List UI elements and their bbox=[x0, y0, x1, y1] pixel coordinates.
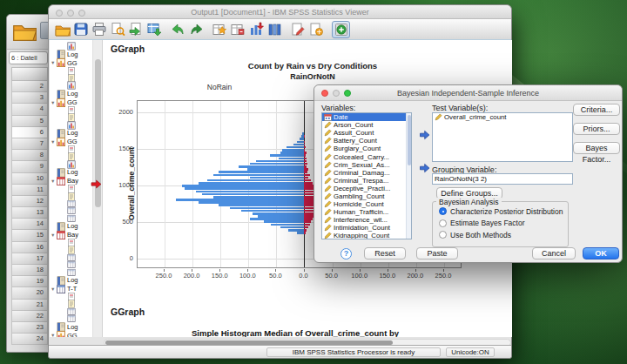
expander-icon[interactable]: ▼ bbox=[51, 60, 57, 65]
row-header-21[interactable]: 21 bbox=[11, 300, 48, 311]
row-header-24[interactable]: 24 bbox=[11, 334, 48, 345]
variable-item[interactable]: Battery_Count bbox=[322, 137, 411, 145]
outline-item-log[interactable]: Log bbox=[50, 129, 92, 138]
open-icon[interactable] bbox=[53, 21, 71, 38]
row-header-11[interactable]: 11 bbox=[11, 185, 48, 196]
outline-item-log[interactable]: Log bbox=[50, 168, 92, 177]
insert-object-icon[interactable] bbox=[332, 21, 350, 38]
variable-item[interactable]: Burglary_Count bbox=[322, 145, 411, 152]
outline-pane[interactable]: Log▼GGLog▼GGLog▼GGLog▼BayLog▼BayLog▼T-TL… bbox=[50, 40, 93, 337]
radio-option-2[interactable]: Use Both Methods bbox=[433, 229, 568, 241]
move-to-test-arrow-icon[interactable] bbox=[418, 129, 431, 141]
outline-child-table[interactable] bbox=[50, 315, 92, 322]
goto-variable-icon[interactable] bbox=[228, 21, 246, 38]
row-header-18[interactable]: 18 bbox=[11, 265, 48, 276]
variable-item[interactable]: Gambling_Count bbox=[322, 192, 411, 200]
cancel-button[interactable]: Cancel bbox=[532, 247, 576, 260]
outline-item-gg[interactable]: ▼GG bbox=[50, 331, 92, 337]
criteria-button[interactable]: Criteria... bbox=[573, 104, 620, 116]
variable-item[interactable]: Homicide_Count bbox=[322, 200, 411, 208]
row-header-13[interactable]: 13 bbox=[11, 207, 48, 219]
row-header-10[interactable]: 10 bbox=[11, 173, 48, 185]
expander-icon[interactable]: ▼ bbox=[51, 100, 57, 105]
ok-button[interactable]: OK bbox=[583, 247, 619, 260]
variable-item[interactable]: Interference_wit... bbox=[322, 216, 411, 224]
variables-list[interactable]: DateArson_CountAssult_CountBattery_Count… bbox=[321, 112, 412, 239]
variables-icon[interactable] bbox=[246, 21, 265, 38]
radio-icon[interactable] bbox=[439, 219, 447, 227]
outline-item-log[interactable]: Log bbox=[50, 50, 92, 58]
row-header-2[interactable]: 2 bbox=[11, 81, 48, 92]
close-icon[interactable] bbox=[56, 10, 63, 17]
outline-child-table[interactable] bbox=[50, 268, 92, 275]
row-header-8[interactable]: 8 bbox=[11, 150, 48, 161]
variable-item[interactable]: Date bbox=[322, 113, 411, 121]
variable-item[interactable]: Assult_Count bbox=[322, 129, 411, 137]
help-button[interactable]: ? bbox=[340, 248, 352, 260]
reset-button[interactable]: Reset bbox=[364, 247, 406, 260]
zoom-icon[interactable] bbox=[78, 10, 85, 17]
print-icon[interactable] bbox=[90, 21, 108, 38]
row-header-19[interactable]: 19 bbox=[11, 276, 48, 287]
variable-item[interactable]: Crim_Sexual_As... bbox=[322, 161, 411, 169]
outline-item-log[interactable]: Log bbox=[50, 90, 92, 98]
variable-item[interactable]: Human_Trafficin... bbox=[322, 208, 411, 216]
outline-item-log[interactable]: Log bbox=[50, 222, 92, 231]
variable-item[interactable]: Deceptive_Practi... bbox=[322, 185, 411, 192]
expander-icon[interactable]: ▼ bbox=[51, 179, 57, 184]
expander-icon[interactable]: ▼ bbox=[51, 233, 57, 238]
outline-child-chart[interactable] bbox=[50, 121, 92, 128]
variable-item[interactable]: Criminal_Damag... bbox=[322, 169, 411, 177]
close-icon[interactable] bbox=[321, 90, 328, 97]
recall-dialog-icon[interactable] bbox=[145, 21, 163, 38]
priors-button[interactable]: Priors... bbox=[573, 123, 620, 135]
bayes-factor-button[interactable]: Bayes Factor... bbox=[573, 142, 620, 154]
radio-icon[interactable] bbox=[439, 207, 447, 215]
designate-window-icon[interactable] bbox=[307, 21, 325, 38]
minimize-icon[interactable] bbox=[67, 10, 74, 17]
outline-child-chart[interactable] bbox=[50, 82, 92, 89]
row-header-20[interactable]: 20 bbox=[11, 287, 48, 299]
row-header-4[interactable]: 4 bbox=[11, 104, 48, 115]
move-to-grouping-arrow-icon[interactable] bbox=[418, 162, 431, 174]
row-header-22[interactable]: 22 bbox=[11, 311, 48, 322]
paste-button[interactable]: Paste bbox=[416, 247, 458, 260]
row-header-16[interactable]: 16 bbox=[11, 242, 48, 253]
test-variable-item[interactable]: Overall_crime_count bbox=[433, 113, 572, 121]
radio-icon[interactable] bbox=[439, 231, 447, 239]
expander-icon[interactable]: ▼ bbox=[51, 333, 57, 337]
dialog-titlebar[interactable]: Bayesian Independent-Sample Inference bbox=[314, 85, 622, 101]
cell-reference-box[interactable]: 6 : Datell bbox=[9, 51, 48, 64]
outline-child-chart[interactable] bbox=[50, 43, 92, 50]
outline-item-log[interactable]: Log bbox=[50, 322, 92, 331]
expander-icon[interactable]: ▼ bbox=[51, 139, 57, 145]
row-header-3[interactable]: 3 bbox=[11, 92, 48, 104]
radio-option-1[interactable]: Estimate Bayes Factor bbox=[433, 218, 568, 230]
variable-item[interactable]: Intimidation_Count bbox=[322, 224, 411, 232]
save-icon[interactable] bbox=[71, 21, 90, 38]
outline-item-log[interactable]: Log bbox=[50, 276, 92, 285]
grouping-variable-field[interactable]: RainOrNotN(3 2) bbox=[432, 173, 573, 185]
variable-item[interactable]: Criminal_Trespa... bbox=[322, 177, 411, 185]
row-header-15[interactable]: 15 bbox=[11, 230, 48, 241]
redo-icon[interactable] bbox=[186, 21, 205, 38]
print-preview-icon[interactable] bbox=[108, 21, 126, 38]
row-header-12[interactable]: 12 bbox=[11, 196, 48, 207]
row-header-17[interactable]: 17 bbox=[11, 253, 48, 265]
outline-child-chart[interactable] bbox=[50, 161, 92, 168]
edit-output-icon[interactable] bbox=[288, 21, 307, 38]
outline-child-table[interactable] bbox=[50, 214, 92, 221]
row-header-23[interactable]: 23 bbox=[11, 322, 48, 334]
row-header-14[interactable]: 14 bbox=[11, 219, 48, 230]
row-header-5[interactable]: 5 bbox=[11, 116, 48, 127]
variable-item[interactable]: Arson_Count bbox=[322, 121, 411, 129]
minimize-icon[interactable] bbox=[333, 90, 340, 97]
test-variables-box[interactable]: Overall_crime_count bbox=[432, 112, 573, 162]
viewer-titlebar[interactable]: Output1 [Document1] - IBM SPSS Statistic… bbox=[49, 5, 511, 19]
goto-case-icon[interactable] bbox=[210, 21, 228, 38]
variable-item[interactable]: Kidnapping_Count bbox=[322, 232, 411, 239]
variables-scrollbar[interactable] bbox=[406, 113, 411, 239]
variable-item[interactable]: Colcealed_Carry... bbox=[322, 152, 411, 160]
export-icon[interactable] bbox=[126, 21, 145, 38]
row-header-9[interactable]: 9 bbox=[11, 161, 48, 172]
